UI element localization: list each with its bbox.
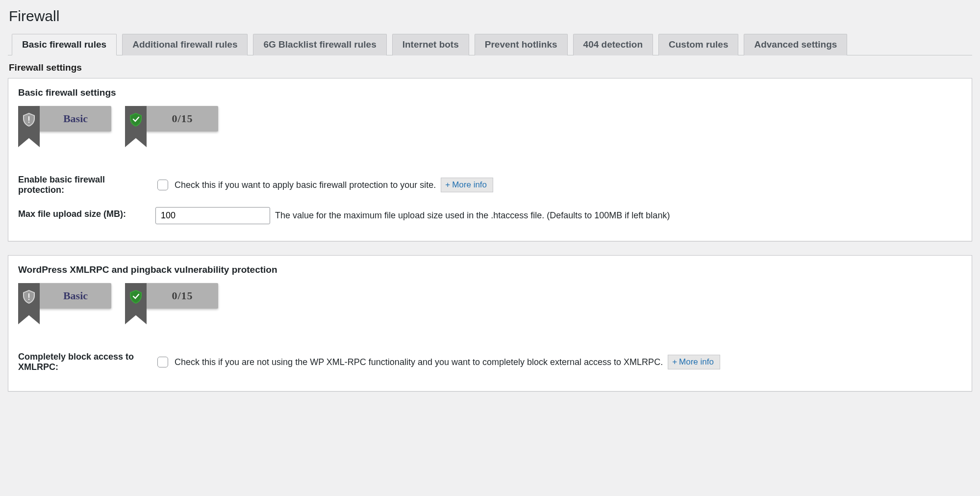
xmlrpc-protection-box: WordPress XMLRPC and pingback vulnerabil…	[8, 255, 972, 392]
tab-basic-firewall-rules[interactable]: Basic firewall rules	[12, 34, 117, 55]
shield-check-icon	[130, 113, 142, 127]
level-badge-label: Basic	[35, 106, 111, 131]
ribbon	[125, 106, 147, 147]
score-badge: 0/15	[125, 106, 218, 148]
level-badge: Basic	[18, 283, 111, 325]
block-xmlrpc-label: Completely block access to XMLRPC:	[18, 345, 155, 379]
plus-icon: +	[672, 357, 677, 367]
enable-basic-firewall-checkbox[interactable]	[157, 180, 168, 190]
badge-row: Basic 0/15	[18, 283, 962, 325]
more-info-button[interactable]: + More info	[441, 178, 493, 192]
svg-rect-0	[28, 116, 29, 121]
level-badge-label: Basic	[35, 283, 111, 309]
more-info-button[interactable]: + More info	[668, 355, 720, 369]
tab-internet-bots[interactable]: Internet bots	[392, 34, 469, 55]
svg-rect-2	[28, 293, 29, 298]
ribbon	[125, 283, 147, 324]
section-heading: Firewall settings	[9, 62, 972, 73]
tab-custom-rules[interactable]: Custom rules	[658, 34, 738, 55]
shield-alert-icon	[23, 290, 35, 304]
tab-bar: Basic firewall rules Additional firewall…	[8, 33, 972, 55]
more-info-label: More info	[452, 180, 487, 190]
max-upload-label: Max file upload size (MB):	[18, 202, 155, 229]
max-upload-input[interactable]	[155, 207, 270, 224]
tab-6g-blacklist[interactable]: 6G Blacklist firewall rules	[253, 34, 386, 55]
score-badge: 0/15	[125, 283, 218, 325]
badge-row: Basic 0/15	[18, 106, 962, 148]
enable-basic-firewall-description: Check this if you want to apply basic fi…	[175, 180, 436, 190]
score-badge-label: 0/15	[142, 283, 218, 309]
ribbon	[18, 106, 40, 147]
tab-advanced-settings[interactable]: Advanced settings	[744, 34, 847, 55]
more-info-label: More info	[679, 357, 714, 367]
level-badge: Basic	[18, 106, 111, 148]
svg-rect-3	[28, 299, 29, 300]
max-upload-description: The value for the maximum file upload si…	[275, 210, 670, 221]
basic-firewall-settings-box: Basic firewall settings Basic	[8, 78, 972, 241]
score-badge-label: 0/15	[142, 106, 218, 131]
plus-icon: +	[445, 180, 450, 190]
svg-rect-1	[28, 122, 29, 123]
ribbon	[18, 283, 40, 324]
shield-alert-icon	[23, 113, 35, 127]
tab-prevent-hotlinks[interactable]: Prevent hotlinks	[475, 34, 568, 55]
shield-check-icon	[130, 290, 142, 304]
enable-basic-firewall-label: Enable basic firewall protection:	[18, 168, 155, 202]
box-title: Basic firewall settings	[18, 87, 962, 98]
tab-404-detection[interactable]: 404 detection	[573, 34, 653, 55]
page-title: Firewall	[9, 8, 972, 25]
block-xmlrpc-checkbox[interactable]	[157, 357, 168, 367]
tab-additional-firewall-rules[interactable]: Additional firewall rules	[122, 34, 248, 55]
box-title: WordPress XMLRPC and pingback vulnerabil…	[18, 264, 962, 275]
block-xmlrpc-description: Check this if you are not using the WP X…	[175, 357, 663, 367]
